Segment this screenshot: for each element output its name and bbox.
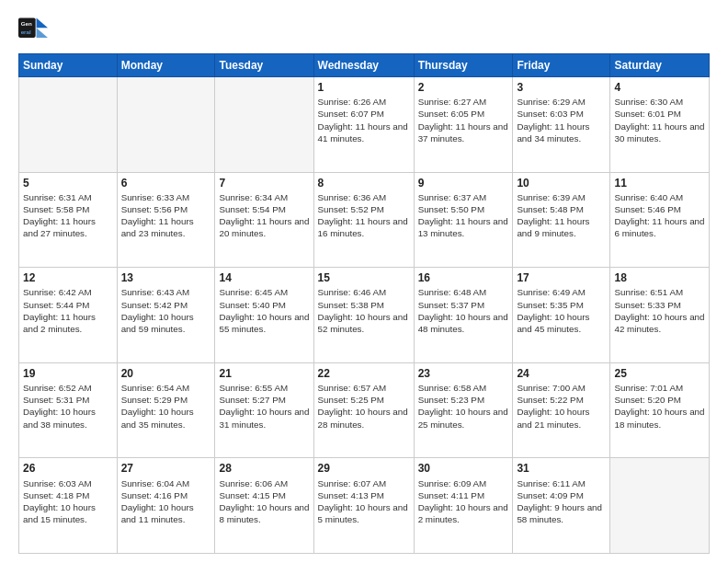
day-number: 1 xyxy=(318,80,410,95)
day-info: Sunrise: 7:01 AM Sunset: 5:20 PM Dayligh… xyxy=(614,382,705,431)
calendar-day: 25Sunrise: 7:01 AM Sunset: 5:20 PM Dayli… xyxy=(610,362,710,458)
weekday-friday: Friday xyxy=(513,54,610,77)
day-number: 11 xyxy=(614,176,705,190)
day-number: 30 xyxy=(418,461,509,476)
day-number: 7 xyxy=(219,176,309,190)
day-number: 18 xyxy=(614,270,705,285)
calendar-day: 13Sunrise: 6:43 AM Sunset: 5:42 PM Dayli… xyxy=(117,268,215,363)
calendar-day: 15Sunrise: 6:46 AM Sunset: 5:38 PM Dayli… xyxy=(313,268,414,363)
day-info: Sunrise: 6:37 AM Sunset: 5:50 PM Dayligh… xyxy=(418,191,509,240)
day-info: Sunrise: 6:36 AM Sunset: 5:52 PM Dayligh… xyxy=(318,191,410,240)
day-info: Sunrise: 6:04 AM Sunset: 4:16 PM Dayligh… xyxy=(121,477,211,526)
day-number: 2 xyxy=(418,80,509,95)
day-info: Sunrise: 6:49 AM Sunset: 5:35 PM Dayligh… xyxy=(517,286,606,335)
weekday-thursday: Thursday xyxy=(414,54,513,77)
day-info: Sunrise: 6:33 AM Sunset: 5:56 PM Dayligh… xyxy=(121,191,211,240)
day-info: Sunrise: 6:09 AM Sunset: 4:11 PM Dayligh… xyxy=(418,477,509,526)
day-info: Sunrise: 6:29 AM Sunset: 6:03 PM Dayligh… xyxy=(517,96,606,144)
calendar-day xyxy=(19,77,118,173)
weekday-saturday: Saturday xyxy=(610,54,710,77)
day-info: Sunrise: 6:45 AM Sunset: 5:40 PM Dayligh… xyxy=(219,286,309,335)
day-info: Sunrise: 6:46 AM Sunset: 5:38 PM Dayligh… xyxy=(318,286,410,335)
calendar-day: 5Sunrise: 6:31 AM Sunset: 5:58 PM Daylig… xyxy=(19,172,118,268)
day-info: Sunrise: 6:54 AM Sunset: 5:29 PM Dayligh… xyxy=(121,382,211,431)
calendar-day: 26Sunrise: 6:03 AM Sunset: 4:18 PM Dayli… xyxy=(19,458,118,554)
svg-marker-0 xyxy=(37,18,48,29)
weekday-tuesday: Tuesday xyxy=(215,54,313,77)
calendar-day: 20Sunrise: 6:54 AM Sunset: 5:29 PM Dayli… xyxy=(117,362,215,458)
calendar-day xyxy=(117,77,215,173)
calendar-day: 22Sunrise: 6:57 AM Sunset: 5:25 PM Dayli… xyxy=(313,362,414,458)
calendar-day: 16Sunrise: 6:48 AM Sunset: 5:37 PM Dayli… xyxy=(414,268,513,363)
calendar-day: 17Sunrise: 6:49 AM Sunset: 5:35 PM Dayli… xyxy=(513,268,610,363)
day-info: Sunrise: 6:55 AM Sunset: 5:27 PM Dayligh… xyxy=(219,382,309,431)
calendar-day: 28Sunrise: 6:06 AM Sunset: 4:15 PM Dayli… xyxy=(215,458,313,554)
day-info: Sunrise: 6:11 AM Sunset: 4:09 PM Dayligh… xyxy=(517,477,606,526)
day-number: 13 xyxy=(121,270,211,285)
day-info: Sunrise: 6:57 AM Sunset: 5:25 PM Dayligh… xyxy=(318,382,410,431)
calendar-day: 12Sunrise: 6:42 AM Sunset: 5:44 PM Dayli… xyxy=(19,268,118,363)
logo-icon: Gen eral xyxy=(18,15,48,44)
calendar-day: 24Sunrise: 7:00 AM Sunset: 5:22 PM Dayli… xyxy=(513,362,610,458)
weekday-monday: Monday xyxy=(117,54,215,77)
weekday-sunday: Sunday xyxy=(19,54,118,77)
day-info: Sunrise: 6:52 AM Sunset: 5:31 PM Dayligh… xyxy=(23,382,113,431)
header: Gen eral xyxy=(18,15,710,44)
calendar-day: 6Sunrise: 6:33 AM Sunset: 5:56 PM Daylig… xyxy=(117,172,215,268)
day-info: Sunrise: 6:51 AM Sunset: 5:33 PM Dayligh… xyxy=(614,286,705,335)
day-number: 10 xyxy=(517,176,606,190)
calendar-day: 11Sunrise: 6:40 AM Sunset: 5:46 PM Dayli… xyxy=(610,172,710,268)
day-number: 27 xyxy=(121,461,211,476)
calendar-day: 29Sunrise: 6:07 AM Sunset: 4:13 PM Dayli… xyxy=(313,458,414,554)
calendar-day: 4Sunrise: 6:30 AM Sunset: 6:01 PM Daylig… xyxy=(610,77,710,173)
calendar-day: 21Sunrise: 6:55 AM Sunset: 5:27 PM Dayli… xyxy=(215,362,313,458)
svg-marker-1 xyxy=(37,28,48,38)
day-number: 6 xyxy=(121,176,211,190)
calendar-day: 8Sunrise: 6:36 AM Sunset: 5:52 PM Daylig… xyxy=(313,172,414,268)
day-info: Sunrise: 7:00 AM Sunset: 5:22 PM Dayligh… xyxy=(517,382,606,431)
day-number: 14 xyxy=(219,270,309,285)
day-number: 22 xyxy=(318,366,410,381)
day-info: Sunrise: 6:40 AM Sunset: 5:46 PM Dayligh… xyxy=(614,191,705,240)
logo: Gen eral xyxy=(18,15,51,44)
day-info: Sunrise: 6:07 AM Sunset: 4:13 PM Dayligh… xyxy=(318,477,410,526)
day-info: Sunrise: 6:31 AM Sunset: 5:58 PM Dayligh… xyxy=(23,191,113,240)
day-number: 24 xyxy=(517,366,606,381)
day-info: Sunrise: 6:43 AM Sunset: 5:42 PM Dayligh… xyxy=(121,286,211,335)
calendar-day: 2Sunrise: 6:27 AM Sunset: 6:05 PM Daylig… xyxy=(414,77,513,173)
calendar-day: 19Sunrise: 6:52 AM Sunset: 5:31 PM Dayli… xyxy=(19,362,118,458)
day-number: 29 xyxy=(318,461,410,476)
day-info: Sunrise: 6:58 AM Sunset: 5:23 PM Dayligh… xyxy=(418,382,509,431)
day-number: 16 xyxy=(418,270,509,285)
day-info: Sunrise: 6:48 AM Sunset: 5:37 PM Dayligh… xyxy=(418,286,509,335)
calendar-day: 9Sunrise: 6:37 AM Sunset: 5:50 PM Daylig… xyxy=(414,172,513,268)
day-number: 28 xyxy=(219,461,309,476)
day-info: Sunrise: 6:34 AM Sunset: 5:54 PM Dayligh… xyxy=(219,191,309,240)
calendar-day: 14Sunrise: 6:45 AM Sunset: 5:40 PM Dayli… xyxy=(215,268,313,363)
calendar-day: 27Sunrise: 6:04 AM Sunset: 4:16 PM Dayli… xyxy=(117,458,215,554)
day-number: 15 xyxy=(318,270,410,285)
svg-text:eral: eral xyxy=(21,29,31,35)
day-number: 9 xyxy=(418,176,509,190)
day-number: 20 xyxy=(121,366,211,381)
day-number: 5 xyxy=(23,176,113,190)
calendar-day: 18Sunrise: 6:51 AM Sunset: 5:33 PM Dayli… xyxy=(610,268,710,363)
calendar-day xyxy=(215,77,313,173)
calendar-day: 7Sunrise: 6:34 AM Sunset: 5:54 PM Daylig… xyxy=(215,172,313,268)
calendar-day: 10Sunrise: 6:39 AM Sunset: 5:48 PM Dayli… xyxy=(513,172,610,268)
calendar-day: 1Sunrise: 6:26 AM Sunset: 6:07 PM Daylig… xyxy=(313,77,414,173)
day-number: 12 xyxy=(23,270,113,285)
day-number: 8 xyxy=(318,176,410,190)
calendar-week-5: 26Sunrise: 6:03 AM Sunset: 4:18 PM Dayli… xyxy=(19,458,710,554)
calendar-day: 23Sunrise: 6:58 AM Sunset: 5:23 PM Dayli… xyxy=(414,362,513,458)
day-info: Sunrise: 6:06 AM Sunset: 4:15 PM Dayligh… xyxy=(219,477,309,526)
calendar-week-3: 12Sunrise: 6:42 AM Sunset: 5:44 PM Dayli… xyxy=(19,268,710,363)
calendar-table: SundayMondayTuesdayWednesdayThursdayFrid… xyxy=(18,53,710,554)
day-number: 3 xyxy=(517,80,606,95)
day-number: 31 xyxy=(517,461,606,476)
day-number: 19 xyxy=(23,366,113,381)
day-number: 4 xyxy=(614,80,705,95)
day-info: Sunrise: 6:39 AM Sunset: 5:48 PM Dayligh… xyxy=(517,191,606,240)
day-number: 25 xyxy=(614,366,705,381)
weekday-wednesday: Wednesday xyxy=(313,54,414,77)
